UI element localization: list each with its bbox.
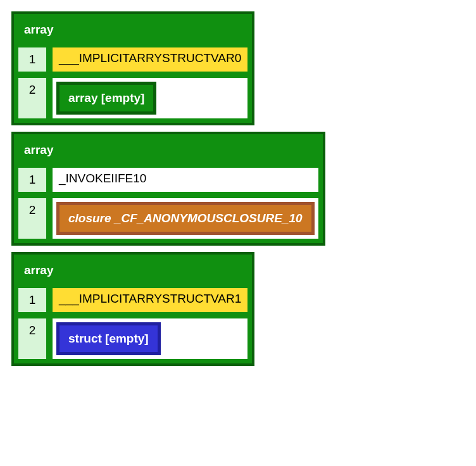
array-header: array [16, 137, 320, 163]
row-index: 2 [16, 76, 48, 120]
row-index: 2 [16, 196, 48, 241]
row-value: _INVOKEIIFE10 [51, 166, 320, 194]
row-value: ___IMPLICITARRYSTRUCTVAR0 [51, 46, 249, 73]
row-index: 1 [16, 286, 48, 314]
nested-array-empty: array [empty] [56, 82, 156, 115]
row-index: 1 [16, 166, 48, 194]
row-index: 1 [16, 46, 48, 73]
row-value-container: closure _CF_ANONYMOUSCLOSURE_10 [51, 196, 320, 241]
row-value-container: struct [empty] [51, 317, 249, 361]
array-header: array [16, 16, 249, 43]
row-value: ___IMPLICITARRYSTRUCTVAR1 [51, 286, 249, 314]
nested-closure: closure _CF_ANONYMOUSCLOSURE_10 [56, 202, 315, 235]
array-header: array [16, 257, 249, 284]
array-dump-table: array 1 ___IMPLICITARRYSTRUCTVAR0 2 arra… [11, 11, 254, 125]
row-value-container: array [empty] [51, 76, 249, 120]
nested-struct-empty: struct [empty] [56, 322, 161, 355]
array-dump-table: array 1 _INVOKEIIFE10 2 closure _CF_ANON… [11, 132, 325, 246]
row-index: 2 [16, 317, 48, 361]
array-dump-table: array 1 ___IMPLICITARRYSTRUCTVAR1 2 stru… [11, 252, 254, 366]
